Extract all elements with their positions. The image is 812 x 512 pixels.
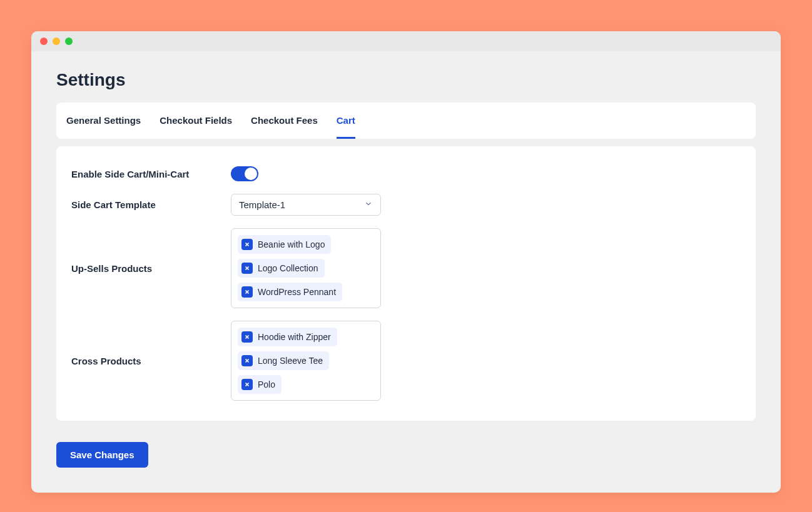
maximize-icon[interactable]: [65, 38, 73, 45]
select-value: Template-1: [239, 199, 285, 210]
minimize-icon[interactable]: [53, 38, 60, 45]
tag-cross: Hoodie with Zipper: [238, 328, 337, 346]
select-side-cart-template[interactable]: Template-1: [231, 194, 381, 216]
page-title: Settings: [56, 70, 756, 90]
tag-label: Logo Collection: [258, 263, 318, 273]
tab-cart[interactable]: Cart: [337, 103, 355, 139]
content-area: Settings General Settings Checkout Field…: [31, 51, 781, 493]
tag-upsell: Beanie with Logo: [238, 235, 331, 254]
remove-tag-icon[interactable]: [241, 263, 253, 274]
tab-checkout-fields[interactable]: Checkout Fields: [160, 103, 232, 139]
chevron-down-icon: [364, 199, 373, 210]
tag-cross: Long Sleeve Tee: [238, 351, 329, 370]
tag-upsell: Logo Collection: [238, 259, 325, 278]
remove-tag-icon[interactable]: [241, 286, 253, 298]
row-enable-side-cart: Enable Side Cart/Mini-Cart: [71, 166, 741, 181]
tag-label: WordPress Pennant: [258, 287, 336, 297]
app-window: Settings General Settings Checkout Field…: [31, 31, 781, 493]
tab-checkout-fees[interactable]: Checkout Fees: [251, 103, 318, 139]
remove-tag-icon[interactable]: [241, 239, 253, 250]
tag-cross: Polo: [238, 375, 282, 394]
label-side-cart-template: Side Cart Template: [71, 199, 231, 210]
upsells-tagbox[interactable]: Beanie with Logo Logo Collection WordPre…: [231, 228, 381, 308]
tag-label: Polo: [258, 379, 275, 389]
row-side-cart-template: Side Cart Template Template-1: [71, 194, 741, 216]
window-titlebar: [31, 31, 781, 51]
remove-tag-icon[interactable]: [241, 379, 253, 390]
label-upsells: Up-Sells Products: [71, 263, 231, 274]
close-icon[interactable]: [40, 38, 48, 45]
label-cross: Cross Products: [71, 356, 231, 366]
tag-label: Long Sleeve Tee: [258, 356, 323, 366]
remove-tag-icon[interactable]: [241, 331, 253, 343]
save-button[interactable]: Save Changes: [56, 442, 148, 468]
row-upsells: Up-Sells Products Beanie with Logo Logo …: [71, 228, 741, 308]
remove-tag-icon[interactable]: [241, 355, 253, 366]
toggle-enable-side-cart[interactable]: [231, 166, 258, 181]
tab-general-settings[interactable]: General Settings: [66, 103, 141, 139]
label-enable-side-cart: Enable Side Cart/Mini-Cart: [71, 169, 231, 179]
settings-tabs: General Settings Checkout Fields Checkou…: [56, 103, 756, 139]
toggle-knob: [245, 168, 257, 180]
settings-panel: Enable Side Cart/Mini-Cart Side Cart Tem…: [56, 146, 756, 421]
tag-label: Beanie with Logo: [258, 239, 325, 249]
tag-upsell: WordPress Pennant: [238, 283, 342, 301]
tag-label: Hoodie with Zipper: [258, 332, 331, 342]
cross-tagbox[interactable]: Hoodie with Zipper Long Sleeve Tee Polo: [231, 321, 381, 401]
row-cross: Cross Products Hoodie with Zipper Long S…: [71, 321, 741, 401]
